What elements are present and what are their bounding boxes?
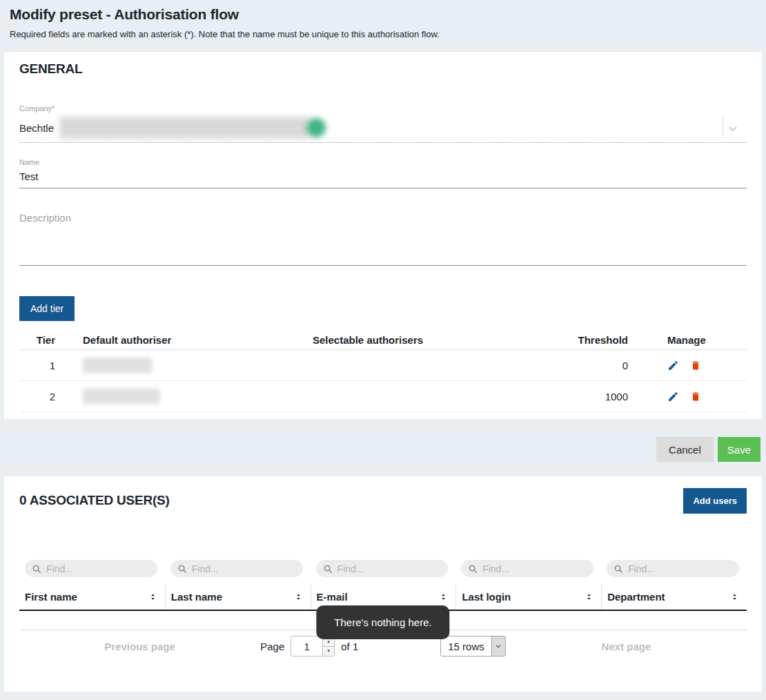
next-page-button[interactable]: Next page: [602, 641, 651, 652]
search-icon: [177, 564, 187, 574]
tier-cell: 2: [19, 391, 55, 402]
associated-users-section: 0 ASSOCIATED USER(S) Add users Find... F…: [4, 476, 762, 692]
redacted-company-badge: [306, 118, 326, 137]
tier-cell: 1: [19, 360, 55, 371]
find-input[interactable]: Find...: [25, 560, 157, 577]
sort-icon: [440, 592, 447, 601]
find-input[interactable]: Find...: [170, 560, 303, 577]
general-heading: GENERAL: [19, 61, 747, 77]
tier-table: Tier Default authoriser Selectable autho…: [19, 331, 747, 412]
column-header[interactable]: Last name: [165, 584, 311, 610]
sort-icon: [731, 592, 738, 601]
tier-table-header: Tier Default authoriser Selectable autho…: [19, 331, 747, 350]
find-placeholder: Find...: [192, 563, 219, 574]
chevron-down-icon[interactable]: [726, 121, 740, 135]
trash-icon: [690, 394, 701, 405]
column-label: Last name: [171, 591, 222, 603]
page-label: Page: [260, 641, 284, 652]
page-of-label: of 1: [341, 641, 358, 652]
general-section: GENERAL Company* Bechtle Name Test Descr…: [4, 52, 762, 419]
user-table: Find... Find... Find... Find...: [19, 560, 747, 662]
find-input[interactable]: Find...: [461, 560, 593, 577]
redacted-authoriser-name: [83, 389, 160, 404]
user-table-empty-body: There's nothing here.: [19, 611, 747, 630]
sort-icon: [149, 592, 157, 601]
associated-users-heading: 0 ASSOCIATED USER(S): [19, 493, 170, 508]
find-input[interactable]: Find...: [607, 560, 739, 577]
delete-tier-button[interactable]: [690, 391, 701, 402]
manage-col-header: Manage: [659, 334, 747, 346]
page-title: Modify preset - Authorisation flow: [10, 6, 756, 23]
threshold-col-header: Threshold: [545, 334, 659, 346]
page-number-value: 1: [291, 636, 322, 656]
column-header[interactable]: First name: [19, 584, 165, 610]
rows-per-page-value: 15 rows: [441, 636, 491, 656]
selectable-authorisers-col-header: Selectable authorisers: [313, 334, 545, 346]
search-icon: [32, 564, 41, 574]
tier-row: 1 0: [19, 350, 747, 381]
select-chevron-icon: [491, 636, 505, 656]
redacted-authoriser-name: [83, 358, 152, 373]
column-label: E-mail: [317, 591, 348, 603]
form-actions: Cancel Save: [6, 437, 760, 462]
add-users-button[interactable]: Add users: [683, 488, 747, 514]
page-subtitle: Required fields are marked with an aster…: [10, 29, 756, 40]
save-button[interactable]: Save: [718, 437, 760, 462]
find-placeholder: Find...: [628, 563, 655, 574]
find-input[interactable]: Find...: [316, 560, 449, 577]
cancel-button[interactable]: Cancel: [656, 437, 714, 462]
rows-per-page-select[interactable]: 15 rows: [440, 636, 506, 657]
company-label: Company*: [19, 104, 747, 113]
redacted-company-text: [59, 117, 309, 139]
tier-col-header: Tier: [19, 334, 55, 346]
name-value: Test: [19, 171, 747, 182]
select-divider: [723, 116, 723, 137]
find-placeholder: Find...: [482, 563, 509, 574]
find-placeholder: Find...: [46, 563, 73, 574]
description-label: Description: [19, 212, 71, 224]
pencil-icon: [667, 394, 679, 405]
user-filter-row: Find... Find... Find... Find...: [19, 560, 747, 577]
edit-tier-button[interactable]: [667, 360, 679, 371]
empty-state-tooltip: There's nothing here.: [316, 605, 449, 639]
sort-icon: [585, 592, 593, 601]
page-header: Modify preset - Authorisation flow Requi…: [0, 0, 766, 40]
column-header[interactable]: Last login: [455, 584, 601, 610]
column-label: First name: [25, 591, 77, 603]
search-icon: [323, 564, 333, 574]
threshold-cell: 1000: [545, 391, 659, 402]
name-label: Name: [19, 158, 747, 167]
page-stepper: ▲ ▼: [322, 636, 334, 656]
column-label: Last login: [462, 591, 511, 603]
add-tier-button[interactable]: Add tier: [19, 296, 75, 321]
stepper-down-icon[interactable]: ▼: [323, 647, 334, 657]
description-field[interactable]: Description: [19, 212, 747, 266]
trash-icon: [690, 363, 701, 373]
name-field[interactable]: Name Test: [19, 158, 747, 188]
edit-tier-button[interactable]: [667, 391, 679, 402]
column-label: Department: [607, 591, 665, 603]
default-authoriser-col-header: Default authoriser: [83, 334, 313, 346]
company-select[interactable]: Company* Bechtle: [19, 104, 747, 143]
company-value: Bechtle: [19, 122, 54, 134]
pencil-icon: [667, 363, 679, 373]
tier-row: 2 1000: [19, 381, 747, 412]
delete-tier-button[interactable]: [690, 360, 701, 371]
sort-icon: [295, 592, 302, 601]
search-icon: [613, 564, 623, 574]
previous-page-button[interactable]: Previous page: [104, 641, 175, 652]
threshold-cell: 0: [545, 360, 659, 371]
find-placeholder: Find...: [337, 563, 364, 574]
search-icon: [468, 564, 478, 574]
column-header[interactable]: Department: [601, 584, 747, 610]
tier-table-body: 1 0 2 1000: [19, 350, 747, 412]
